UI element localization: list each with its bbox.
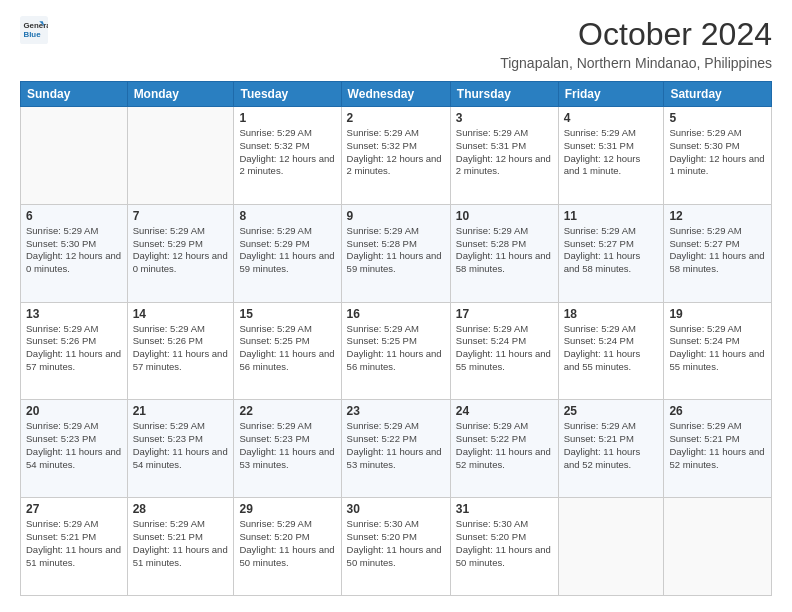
- day-detail: Sunrise: 5:30 AM Sunset: 5:20 PM Dayligh…: [456, 518, 553, 569]
- day-number: 8: [239, 209, 335, 223]
- day-cell: [21, 107, 128, 205]
- day-cell: 3Sunrise: 5:29 AM Sunset: 5:31 PM Daylig…: [450, 107, 558, 205]
- day-detail: Sunrise: 5:29 AM Sunset: 5:27 PM Dayligh…: [564, 225, 659, 276]
- day-number: 20: [26, 404, 122, 418]
- day-number: 10: [456, 209, 553, 223]
- day-detail: Sunrise: 5:29 AM Sunset: 5:21 PM Dayligh…: [26, 518, 122, 569]
- day-number: 31: [456, 502, 553, 516]
- day-detail: Sunrise: 5:29 AM Sunset: 5:23 PM Dayligh…: [133, 420, 229, 471]
- weekday-header-sunday: Sunday: [21, 82, 128, 107]
- day-detail: Sunrise: 5:29 AM Sunset: 5:26 PM Dayligh…: [26, 323, 122, 374]
- day-cell: 1Sunrise: 5:29 AM Sunset: 5:32 PM Daylig…: [234, 107, 341, 205]
- day-number: 22: [239, 404, 335, 418]
- weekday-header-saturday: Saturday: [664, 82, 772, 107]
- day-number: 28: [133, 502, 229, 516]
- day-detail: Sunrise: 5:29 AM Sunset: 5:23 PM Dayligh…: [239, 420, 335, 471]
- day-number: 5: [669, 111, 766, 125]
- day-detail: Sunrise: 5:29 AM Sunset: 5:30 PM Dayligh…: [26, 225, 122, 276]
- weekday-header-monday: Monday: [127, 82, 234, 107]
- weekday-header-row: SundayMondayTuesdayWednesdayThursdayFrid…: [21, 82, 772, 107]
- day-cell: 18Sunrise: 5:29 AM Sunset: 5:24 PM Dayli…: [558, 302, 664, 400]
- logo: General Blue General Blue: [20, 16, 48, 44]
- day-cell: 26Sunrise: 5:29 AM Sunset: 5:21 PM Dayli…: [664, 400, 772, 498]
- day-detail: Sunrise: 5:29 AM Sunset: 5:31 PM Dayligh…: [564, 127, 659, 178]
- day-detail: Sunrise: 5:29 AM Sunset: 5:29 PM Dayligh…: [239, 225, 335, 276]
- day-cell: 11Sunrise: 5:29 AM Sunset: 5:27 PM Dayli…: [558, 204, 664, 302]
- header: General Blue General Blue October 2024 T…: [20, 16, 772, 71]
- day-number: 26: [669, 404, 766, 418]
- day-cell: 10Sunrise: 5:29 AM Sunset: 5:28 PM Dayli…: [450, 204, 558, 302]
- day-cell: 12Sunrise: 5:29 AM Sunset: 5:27 PM Dayli…: [664, 204, 772, 302]
- svg-text:Blue: Blue: [24, 30, 42, 39]
- day-number: 15: [239, 307, 335, 321]
- day-cell: 14Sunrise: 5:29 AM Sunset: 5:26 PM Dayli…: [127, 302, 234, 400]
- day-number: 24: [456, 404, 553, 418]
- day-detail: Sunrise: 5:29 AM Sunset: 5:27 PM Dayligh…: [669, 225, 766, 276]
- day-detail: Sunrise: 5:29 AM Sunset: 5:24 PM Dayligh…: [669, 323, 766, 374]
- day-cell: 19Sunrise: 5:29 AM Sunset: 5:24 PM Dayli…: [664, 302, 772, 400]
- day-cell: 22Sunrise: 5:29 AM Sunset: 5:23 PM Dayli…: [234, 400, 341, 498]
- day-number: 11: [564, 209, 659, 223]
- day-number: 30: [347, 502, 445, 516]
- day-number: 12: [669, 209, 766, 223]
- day-cell: 4Sunrise: 5:29 AM Sunset: 5:31 PM Daylig…: [558, 107, 664, 205]
- calendar-table: SundayMondayTuesdayWednesdayThursdayFrid…: [20, 81, 772, 596]
- day-detail: Sunrise: 5:29 AM Sunset: 5:32 PM Dayligh…: [347, 127, 445, 178]
- day-detail: Sunrise: 5:29 AM Sunset: 5:20 PM Dayligh…: [239, 518, 335, 569]
- day-detail: Sunrise: 5:29 AM Sunset: 5:32 PM Dayligh…: [239, 127, 335, 178]
- day-cell: 5Sunrise: 5:29 AM Sunset: 5:30 PM Daylig…: [664, 107, 772, 205]
- day-cell: 6Sunrise: 5:29 AM Sunset: 5:30 PM Daylig…: [21, 204, 128, 302]
- day-detail: Sunrise: 5:29 AM Sunset: 5:28 PM Dayligh…: [347, 225, 445, 276]
- day-cell: 31Sunrise: 5:30 AM Sunset: 5:20 PM Dayli…: [450, 498, 558, 596]
- calendar-header: SundayMondayTuesdayWednesdayThursdayFrid…: [21, 82, 772, 107]
- day-cell: 28Sunrise: 5:29 AM Sunset: 5:21 PM Dayli…: [127, 498, 234, 596]
- day-number: 6: [26, 209, 122, 223]
- day-number: 21: [133, 404, 229, 418]
- day-cell: 24Sunrise: 5:29 AM Sunset: 5:22 PM Dayli…: [450, 400, 558, 498]
- weekday-header-wednesday: Wednesday: [341, 82, 450, 107]
- week-row-2: 13Sunrise: 5:29 AM Sunset: 5:26 PM Dayli…: [21, 302, 772, 400]
- day-detail: Sunrise: 5:29 AM Sunset: 5:26 PM Dayligh…: [133, 323, 229, 374]
- month-title: October 2024: [500, 16, 772, 53]
- day-detail: Sunrise: 5:29 AM Sunset: 5:30 PM Dayligh…: [669, 127, 766, 178]
- title-section: October 2024 Tignapalan, Northern Mindan…: [500, 16, 772, 71]
- day-number: 23: [347, 404, 445, 418]
- day-number: 18: [564, 307, 659, 321]
- day-number: 3: [456, 111, 553, 125]
- day-detail: Sunrise: 5:29 AM Sunset: 5:25 PM Dayligh…: [239, 323, 335, 374]
- weekday-header-tuesday: Tuesday: [234, 82, 341, 107]
- day-cell: 9Sunrise: 5:29 AM Sunset: 5:28 PM Daylig…: [341, 204, 450, 302]
- location-title: Tignapalan, Northern Mindanao, Philippin…: [500, 55, 772, 71]
- day-detail: Sunrise: 5:29 AM Sunset: 5:31 PM Dayligh…: [456, 127, 553, 178]
- day-number: 25: [564, 404, 659, 418]
- day-detail: Sunrise: 5:29 AM Sunset: 5:21 PM Dayligh…: [133, 518, 229, 569]
- week-row-3: 20Sunrise: 5:29 AM Sunset: 5:23 PM Dayli…: [21, 400, 772, 498]
- week-row-0: 1Sunrise: 5:29 AM Sunset: 5:32 PM Daylig…: [21, 107, 772, 205]
- weekday-header-friday: Friday: [558, 82, 664, 107]
- day-number: 17: [456, 307, 553, 321]
- day-number: 29: [239, 502, 335, 516]
- day-cell: 15Sunrise: 5:29 AM Sunset: 5:25 PM Dayli…: [234, 302, 341, 400]
- day-detail: Sunrise: 5:29 AM Sunset: 5:21 PM Dayligh…: [564, 420, 659, 471]
- calendar-body: 1Sunrise: 5:29 AM Sunset: 5:32 PM Daylig…: [21, 107, 772, 596]
- day-number: 9: [347, 209, 445, 223]
- day-detail: Sunrise: 5:30 AM Sunset: 5:20 PM Dayligh…: [347, 518, 445, 569]
- day-cell: 16Sunrise: 5:29 AM Sunset: 5:25 PM Dayli…: [341, 302, 450, 400]
- day-cell: 17Sunrise: 5:29 AM Sunset: 5:24 PM Dayli…: [450, 302, 558, 400]
- page: General Blue General Blue October 2024 T…: [0, 0, 792, 612]
- day-detail: Sunrise: 5:29 AM Sunset: 5:28 PM Dayligh…: [456, 225, 553, 276]
- day-cell: 13Sunrise: 5:29 AM Sunset: 5:26 PM Dayli…: [21, 302, 128, 400]
- svg-text:General: General: [24, 21, 49, 30]
- day-number: 16: [347, 307, 445, 321]
- day-number: 4: [564, 111, 659, 125]
- day-cell: 30Sunrise: 5:30 AM Sunset: 5:20 PM Dayli…: [341, 498, 450, 596]
- day-cell: 20Sunrise: 5:29 AM Sunset: 5:23 PM Dayli…: [21, 400, 128, 498]
- week-row-4: 27Sunrise: 5:29 AM Sunset: 5:21 PM Dayli…: [21, 498, 772, 596]
- day-detail: Sunrise: 5:29 AM Sunset: 5:24 PM Dayligh…: [456, 323, 553, 374]
- day-cell: [664, 498, 772, 596]
- day-number: 7: [133, 209, 229, 223]
- day-cell: 29Sunrise: 5:29 AM Sunset: 5:20 PM Dayli…: [234, 498, 341, 596]
- day-cell: 7Sunrise: 5:29 AM Sunset: 5:29 PM Daylig…: [127, 204, 234, 302]
- week-row-1: 6Sunrise: 5:29 AM Sunset: 5:30 PM Daylig…: [21, 204, 772, 302]
- day-detail: Sunrise: 5:29 AM Sunset: 5:25 PM Dayligh…: [347, 323, 445, 374]
